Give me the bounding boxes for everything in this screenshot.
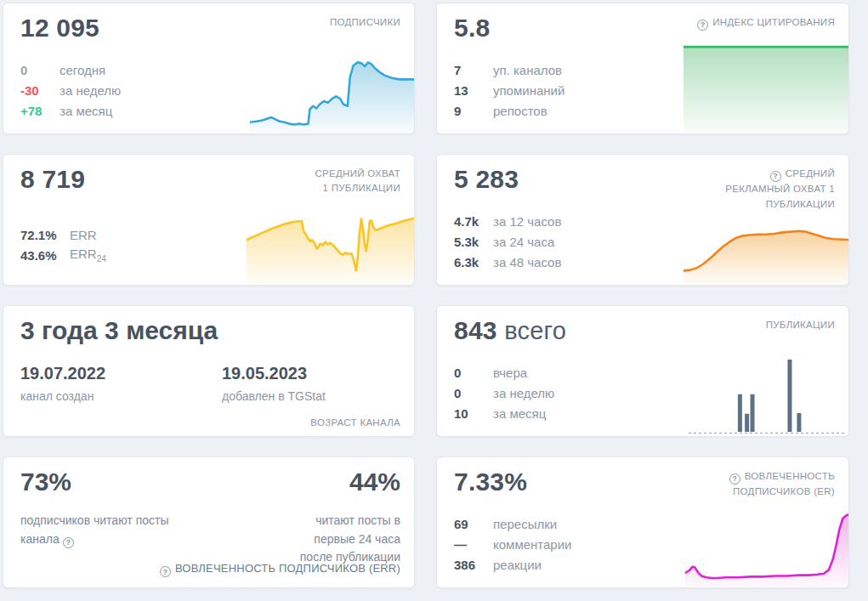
stat-row-mentions: 13 упоминаний: [454, 80, 564, 100]
stats-dashboard: 12 095 ПОДПИСЧИКИ 0 сегодня -30 за недел…: [3, 3, 849, 588]
stat-label: за 12 часов: [493, 214, 561, 229]
stat-value: 43.6%: [20, 248, 70, 263]
stat-label: за неделю: [60, 83, 121, 98]
stat-value: 386: [454, 558, 493, 572]
subscribers-stats: 0 сегодня -30 за неделю +78 за месяц: [20, 60, 121, 121]
avg-ad-reach-value: 5 283: [454, 165, 519, 194]
publications-total: 843 всего: [454, 316, 566, 345]
er-value: 7.33%: [454, 468, 527, 496]
help-icon[interactable]: [697, 20, 708, 31]
stat-label: за месяц: [60, 104, 112, 118]
stat-value: 13: [454, 83, 493, 98]
avg-ad-reach-card-title: СРЕДНИЙ РЕКЛАМНЫЙ ОХВАТ 1 ПУБЛИКАЦИИ: [707, 167, 835, 212]
stat-row-reposts: 9 репостов: [454, 100, 564, 121]
publications-total-suffix: всего: [504, 317, 566, 344]
avg-post-reach-stats: 72.1% ERR 43.6% ERR24: [20, 224, 106, 265]
stat-value: —: [454, 537, 493, 552]
stat-row-err: 72.1% ERR: [20, 224, 106, 245]
stat-value: 4.7k: [454, 214, 493, 229]
citation-index-stats: 7 уп. каналов 13 упоминаний 9 репостов: [454, 60, 564, 121]
channel-age-value: 3 года 3 месяца: [20, 316, 218, 345]
stat-row-today: 0 сегодня: [20, 60, 121, 80]
stat-row-week: -30 за неделю: [20, 80, 121, 100]
stat-label: уп. каналов: [493, 63, 562, 77]
help-icon[interactable]: [63, 537, 74, 548]
channel-added-block: 19.05.2023 добавлен в TGStat: [222, 364, 326, 403]
stat-value: 7: [454, 63, 493, 77]
err-left-caption: подписчиков читают посты канала: [20, 512, 199, 548]
stat-row-comments: — комментарии: [454, 534, 571, 554]
stat-value: 5.3k: [454, 235, 493, 249]
channel-created-block: 19.07.2022 канал создан: [20, 364, 105, 403]
stat-value: 69: [454, 517, 493, 531]
stat-row-month: +78 за месяц: [20, 100, 121, 121]
citation-index-card-title: ИНДЕКС ЦИТИРОВАНИЯ: [697, 15, 835, 31]
help-icon[interactable]: [770, 171, 781, 182]
er-card: 7.33% ВОВЛЕЧЕННОСТЬ ПОДПИСЧИКОВ (ER) 69 …: [436, 456, 849, 588]
stat-label: реакции: [493, 558, 542, 572]
citation-index-value: 5.8: [454, 14, 490, 43]
stat-row-week: 0 за неделю: [454, 383, 554, 403]
stat-label: за месяц: [493, 406, 546, 421]
avg-post-reach-sparkline-chart: [247, 210, 414, 285]
stat-value: +78: [20, 104, 60, 118]
subscribers-card-title-text: ПОДПИСЧИКИ: [330, 17, 400, 27]
avg-post-reach-card-title: СРЕДНИЙ ОХВАТ 1 ПУБЛИКАЦИИ: [307, 167, 400, 196]
subscribers-card-title: ПОДПИСЧИКИ: [330, 15, 400, 30]
stat-row-forwards: 69 пересылки: [454, 513, 571, 534]
err-right-caption: читают посты в первые 24 часа после публ…: [280, 512, 400, 567]
stat-label: ERR: [70, 228, 97, 242]
stat-row-24h: 5.3k за 24 часа: [454, 231, 561, 252]
er-card-title: ВОВЛЕЧЕННОСТЬ ПОДПИСЧИКОВ (ER): [723, 469, 835, 500]
channel-added-date: 19.05.2023: [222, 364, 326, 383]
publications-card-title-text: ПУБЛИКАЦИИ: [766, 320, 835, 330]
stat-label: за 48 часов: [493, 255, 561, 269]
stat-value: 0: [454, 386, 493, 400]
subscribers-count: 12 095: [20, 14, 99, 43]
stat-label: сегодня: [60, 63, 105, 77]
stat-label: пересылки: [493, 517, 557, 531]
subscribers-card: 12 095 ПОДПИСЧИКИ 0 сегодня -30 за недел…: [3, 3, 415, 134]
channel-created-label: канал создан: [20, 389, 105, 403]
stat-row-err24: 43.6% ERR24: [20, 245, 106, 265]
publications-bar-chart: [689, 358, 844, 434]
stat-value: 72.1%: [20, 228, 70, 242]
stat-label: за 24 часа: [493, 235, 554, 249]
stat-value: 0: [20, 63, 60, 77]
stat-label: за неделю: [493, 386, 554, 400]
publications-card-title: ПУБЛИКАЦИИ: [766, 318, 835, 332]
publications-card: 843 всего ПУБЛИКАЦИИ 0 вчера 0 за неделю…: [436, 305, 849, 437]
stat-label: комментарии: [493, 537, 571, 552]
avg-post-reach-card: 8 719 СРЕДНИЙ ОХВАТ 1 ПУБЛИКАЦИИ 72.1% E…: [3, 154, 415, 286]
subscribers-sparkline-chart: [250, 53, 414, 133]
stat-value: 10: [454, 406, 493, 421]
channel-created-date: 19.07.2022: [20, 364, 105, 383]
stat-row-yesterday: 0 вчера: [454, 362, 554, 383]
avg-ad-reach-card: 5 283 СРЕДНИЙ РЕКЛАМНЫЙ ОХВАТ 1 ПУБЛИКАЦ…: [436, 154, 849, 286]
stat-row-12h: 4.7k за 12 часов: [454, 211, 561, 231]
stat-value: -30: [20, 83, 60, 98]
citation-index-sparkline-chart: [684, 45, 848, 133]
publications-stats: 0 вчера 0 за неделю 10 за месяц: [454, 362, 554, 423]
help-icon[interactable]: [729, 473, 740, 485]
err-card-title: ВОВЛЕЧЕННОСТЬ ПОДПИСЧИКОВ (ERR): [160, 562, 400, 577]
avg-post-reach-value: 8 719: [20, 165, 85, 194]
stat-row-month: 10 за месяц: [454, 403, 554, 423]
channel-added-label: добавлен в TGStat: [222, 389, 326, 403]
channel-age-card: 3 года 3 месяца 19.07.2022 канал создан …: [3, 305, 415, 437]
err-read-24h-percent: 44%: [349, 468, 400, 496]
er-sparkline-chart: [685, 511, 848, 587]
stat-row-48h: 6.3k за 48 часов: [454, 252, 561, 272]
channel-age-card-title: ВОЗРАСТ КАНАЛА: [310, 417, 400, 428]
stat-value: 9: [454, 104, 493, 118]
er-card-title-text: ВОВЛЕЧЕННОСТЬ ПОДПИСЧИКОВ (ER): [733, 471, 835, 496]
help-icon[interactable]: [160, 566, 171, 577]
stat-label-subscript: 24: [97, 254, 106, 264]
err-card: 73% 44% подписчиков читают посты канала …: [3, 456, 415, 588]
avg-post-reach-card-title-text: СРЕДНИЙ ОХВАТ 1 ПУБЛИКАЦИИ: [315, 168, 400, 193]
err-read-percent: 73%: [20, 468, 71, 496]
stat-value: 0: [454, 366, 493, 380]
citation-index-card-title-text: ИНДЕКС ЦИТИРОВАНИЯ: [712, 17, 835, 27]
stat-value: 6.3k: [454, 255, 493, 269]
citation-index-card: 5.8 ИНДЕКС ЦИТИРОВАНИЯ 7 уп. каналов 13 …: [436, 3, 849, 134]
